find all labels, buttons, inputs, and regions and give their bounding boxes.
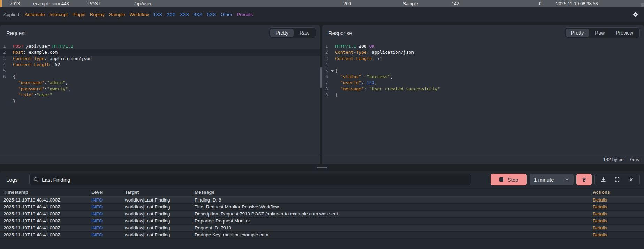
fold-slot <box>8 74 13 80</box>
expand-logs-button[interactable] <box>610 174 624 185</box>
log-rows: 2025-11-19T19:48:41.000ZINFOworkflow|Las… <box>0 197 644 239</box>
log-details-link[interactable]: Details <box>593 211 644 217</box>
splitter-drag-handle[interactable] <box>317 167 327 168</box>
stop-button[interactable]: Stop <box>491 174 527 185</box>
fold-slot <box>331 86 335 92</box>
log-timestamp-cell: 2025-11-19T19:48:41.000Z <box>3 232 91 237</box>
stop-button-label: Stop <box>508 177 518 183</box>
filter-other[interactable]: Other <box>220 12 232 17</box>
log-details-link[interactable]: Details <box>593 197 644 203</box>
code-text: "status": "success", <box>335 74 393 80</box>
line-number: 7 <box>322 80 331 86</box>
code-line: 4Content-Length: 52 <box>0 61 320 67</box>
request-tab-pretty[interactable]: Pretty <box>270 29 294 37</box>
column-header-message: Message <box>195 190 593 195</box>
request-host-cell: example.com:443 <box>33 1 88 6</box>
filter-2xx[interactable]: 2XX <box>167 12 176 17</box>
code-line: 5 <box>0 68 320 74</box>
line-number: 6 <box>322 74 331 80</box>
response-tab-pretty[interactable]: Pretty <box>566 29 589 37</box>
interval-select[interactable]: 1 minute <box>530 174 574 185</box>
line-number: 9 <box>322 92 331 98</box>
response-panel: Response PrettyRawPreview 1HTTP/1.1 200 … <box>322 25 644 164</box>
close-logs-button[interactable] <box>624 174 638 185</box>
filter-3xx[interactable]: 3XX <box>180 12 189 17</box>
settings-gear-icon[interactable] <box>632 12 638 17</box>
code-line: 2Host: example.com <box>0 49 320 55</box>
fold-slot <box>8 86 13 92</box>
log-target-cell: workflow|Last Finding <box>125 197 195 203</box>
fold-slot <box>8 61 13 67</box>
logs-search-box[interactable] <box>29 174 471 185</box>
request-extra-cell: 0 <box>539 1 556 6</box>
panel-divider[interactable] <box>320 25 322 164</box>
applied-filters-bar: Applied: AutomateInterceptPluginReplaySa… <box>0 7 644 22</box>
line-number: 8 <box>322 86 331 92</box>
code-line: 1POST /api/user HTTP/1.1 <box>0 43 320 49</box>
line-number: 4 <box>0 61 8 67</box>
filter-4xx[interactable]: 4XX <box>194 12 203 17</box>
fullscreen-icon <box>614 177 620 182</box>
request-status-cell: 200 <box>343 1 403 6</box>
request-table-row[interactable]: 7913 example.com:443 POST /api/user 200 … <box>0 0 644 7</box>
code-text: Content-Type: application/json <box>335 49 414 55</box>
logs-search-input[interactable] <box>42 177 468 183</box>
code-line: 1HTTP/1.1 200 OK <box>322 43 644 49</box>
response-tab-raw[interactable]: Raw <box>590 29 610 37</box>
fold-toggle-icon[interactable] <box>331 68 335 74</box>
line-number: 3 <box>322 56 331 61</box>
filter-plugin[interactable]: Plugin <box>72 12 85 17</box>
log-level-cell: INFO <box>91 218 125 224</box>
filter-sample[interactable]: Sample <box>109 12 125 17</box>
log-details-link[interactable]: Details <box>593 218 644 224</box>
request-method-cell: POST <box>88 1 134 6</box>
fold-slot <box>331 92 335 98</box>
filter-1xx[interactable]: 1XX <box>153 12 162 17</box>
code-line: 8 "message": "User created successfully" <box>322 86 644 92</box>
filter-presets[interactable]: Presets <box>237 12 253 17</box>
scrollbar-thumb[interactable] <box>320 67 322 88</box>
request-view-tabs: PrettyRaw <box>269 27 316 38</box>
filter-5xx[interactable]: 5XX <box>207 12 216 17</box>
log-details-link[interactable]: Details <box>593 232 644 237</box>
log-details-link[interactable]: Details <box>593 225 644 230</box>
filter-automate[interactable]: Automate <box>25 12 45 17</box>
log-target-cell: workflow|Last Finding <box>125 218 195 224</box>
code-text: } <box>335 92 338 98</box>
download-logs-button[interactable] <box>596 174 610 185</box>
log-level-cell: INFO <box>91 211 125 217</box>
log-message-cell: Dedupe Key: monitor-example.com <box>195 232 593 237</box>
line-number: 2 <box>0 49 8 55</box>
filter-intercept[interactable]: Intercept <box>50 12 68 17</box>
log-row: 2025-11-19T19:48:41.000ZINFOworkflow|Las… <box>0 204 644 211</box>
response-view-tabs: PrettyRawPreview <box>565 27 640 38</box>
fold-slot <box>331 56 335 61</box>
request-timestamp-cell: 2025-11-19 08:38:53 <box>556 1 644 6</box>
log-details-link[interactable]: Details <box>593 204 644 210</box>
response-tab-preview[interactable]: Preview <box>611 29 638 37</box>
filter-replay[interactable]: Replay <box>90 12 105 17</box>
line-number: 4 <box>322 61 331 67</box>
chevron-down-icon <box>565 177 569 182</box>
log-message-cell: Description: Request 7913 POST /api/user… <box>195 211 593 217</box>
code-line: } <box>0 98 320 104</box>
response-time: 0ms <box>630 157 639 162</box>
line-number <box>0 86 8 92</box>
response-panel-header: Response PrettyRawPreview <box>322 25 644 41</box>
fold-slot <box>8 49 13 55</box>
request-panel: Request PrettyRaw 1POST /api/user HTTP/1… <box>0 25 320 164</box>
horizontal-splitter[interactable] <box>0 164 644 171</box>
log-message-cell: Reporter: Request Monitor <box>195 218 593 224</box>
request-path-cell: /api/user <box>134 1 343 6</box>
clear-logs-button[interactable] <box>576 174 592 185</box>
line-number <box>0 92 8 98</box>
line-number: 5 <box>0 68 8 74</box>
filter-workflow[interactable]: Workflow <box>129 12 149 17</box>
column-header-actions: Actions <box>593 190 644 195</box>
log-target-cell: workflow|Last Finding <box>125 232 195 237</box>
request-tab-raw[interactable]: Raw <box>294 29 315 37</box>
response-size: 142 bytes <box>603 157 623 162</box>
code-text: "userId": 123, <box>335 80 377 86</box>
scrollbar-corner[interactable] <box>641 3 644 7</box>
fold-slot <box>331 74 335 80</box>
